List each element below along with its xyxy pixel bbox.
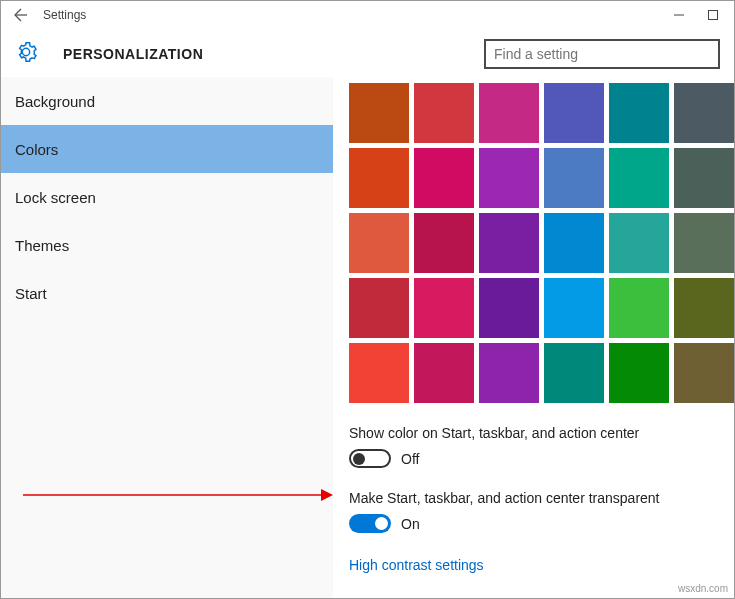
color-swatch[interactable] (674, 83, 734, 143)
show-color-state: Off (401, 451, 419, 467)
window-controls (662, 1, 730, 29)
main: BackgroundColorsLock screenThemesStart S… (1, 77, 734, 598)
header: PERSONALIZATION (1, 31, 734, 77)
color-swatch[interactable] (544, 148, 604, 208)
color-swatch[interactable] (479, 278, 539, 338)
color-swatch[interactable] (609, 343, 669, 403)
maximize-button[interactable] (696, 1, 730, 29)
color-swatch[interactable] (414, 83, 474, 143)
color-swatch[interactable] (479, 213, 539, 273)
color-swatch[interactable] (674, 148, 734, 208)
color-swatch[interactable] (414, 148, 474, 208)
transparent-label: Make Start, taskbar, and action center t… (349, 490, 734, 506)
sidebar-item-colors[interactable]: Colors (1, 125, 333, 173)
color-swatch[interactable] (349, 213, 409, 273)
sidebar-item-themes[interactable]: Themes (1, 221, 333, 269)
color-palette (349, 83, 734, 403)
color-swatch[interactable] (674, 213, 734, 273)
color-swatch[interactable] (544, 278, 604, 338)
color-swatch[interactable] (479, 83, 539, 143)
show-color-toggle[interactable] (349, 449, 391, 468)
color-swatch[interactable] (609, 278, 669, 338)
color-swatch[interactable] (349, 83, 409, 143)
color-swatch[interactable] (479, 148, 539, 208)
color-swatch[interactable] (544, 213, 604, 273)
color-swatch[interactable] (349, 148, 409, 208)
gear-icon (15, 41, 37, 67)
sidebar-item-lock-screen[interactable]: Lock screen (1, 173, 333, 221)
color-swatch[interactable] (349, 278, 409, 338)
sidebar-item-start[interactable]: Start (1, 269, 333, 317)
color-swatch[interactable] (674, 343, 734, 403)
show-color-label: Show color on Start, taskbar, and action… (349, 425, 734, 441)
color-swatch[interactable] (609, 213, 669, 273)
color-swatch[interactable] (609, 83, 669, 143)
watermark: wsxdn.com (678, 583, 728, 594)
content: Show color on Start, taskbar, and action… (333, 77, 734, 598)
color-swatch[interactable] (414, 278, 474, 338)
search-input[interactable] (484, 39, 720, 69)
color-swatch[interactable] (414, 213, 474, 273)
high-contrast-link[interactable]: High contrast settings (349, 557, 484, 573)
page-title: PERSONALIZATION (63, 46, 203, 62)
svg-rect-1 (709, 11, 718, 20)
color-swatch[interactable] (544, 343, 604, 403)
arrow-left-icon (11, 7, 27, 23)
color-swatch[interactable] (479, 343, 539, 403)
back-button[interactable] (5, 1, 33, 29)
sidebar-item-background[interactable]: Background (1, 77, 333, 125)
minimize-button[interactable] (662, 1, 696, 29)
color-swatch[interactable] (674, 278, 734, 338)
color-swatch[interactable] (544, 83, 604, 143)
color-swatch[interactable] (609, 148, 669, 208)
sidebar: BackgroundColorsLock screenThemesStart (1, 77, 333, 598)
color-swatch[interactable] (414, 343, 474, 403)
color-swatch[interactable] (349, 343, 409, 403)
transparent-state: On (401, 516, 420, 532)
transparent-toggle[interactable] (349, 514, 391, 533)
titlebar: Settings (1, 1, 734, 29)
window-title: Settings (43, 8, 86, 22)
